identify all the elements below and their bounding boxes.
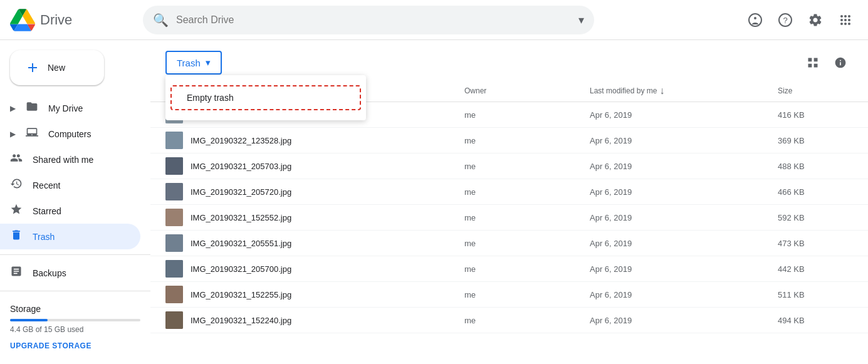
sidebar-item-label: Computers xyxy=(48,129,91,139)
file-name: IMG_20190321_205720.jpg xyxy=(191,187,464,197)
file-size: 416 KB xyxy=(778,110,853,120)
grid-view-button[interactable] xyxy=(800,50,825,75)
storage-section: Storage 4.4 GB of 15 GB used UPGRADE STO… xyxy=(0,296,150,358)
table-row[interactable]: IMG_20190321_205720.jpg me Apr 6, 2019 4… xyxy=(150,179,868,205)
row-thumb xyxy=(165,311,191,329)
file-date: Apr 6, 2019 xyxy=(590,110,753,120)
app-header: Drive 🔍 ▾ ? xyxy=(0,0,868,40)
file-owner: me xyxy=(464,316,590,325)
file-owner: me xyxy=(464,239,590,248)
file-date: Apr 6, 2019 xyxy=(590,316,753,325)
app-title: Drive xyxy=(40,12,72,28)
search-bar[interactable]: 🔍 ▾ xyxy=(143,6,594,34)
file-date: Apr 6, 2019 xyxy=(590,187,753,197)
row-thumb xyxy=(165,183,191,200)
file-size: 488 KB xyxy=(778,162,853,171)
storage-bar-fill xyxy=(10,319,48,321)
file-size: 494 KB xyxy=(778,316,853,325)
search-input[interactable] xyxy=(176,14,571,26)
sidebar-item-label: My Drive xyxy=(48,103,83,113)
settings-button[interactable] xyxy=(803,8,828,33)
search-dropdown-icon[interactable]: ▾ xyxy=(578,13,584,27)
sort-icon: ↓ xyxy=(659,85,664,96)
file-size: 466 KB xyxy=(778,187,853,197)
sidebar-item-trash[interactable]: Trash xyxy=(0,224,140,249)
sidebar-item-label: Backups xyxy=(33,268,66,278)
table-row[interactable]: IMG_20190321_152552.jpg me Apr 6, 2019 5… xyxy=(150,205,868,231)
sidebar: New ▶ My Drive ▶ Computers Shared with m… xyxy=(0,40,150,364)
account-circle-button[interactable] xyxy=(743,8,768,33)
main-header: Trash ▾ Empty trash xyxy=(150,40,868,80)
sidebar-item-label: Shared with me xyxy=(33,155,93,165)
sidebar-item-shared[interactable]: Shared with me xyxy=(0,147,140,172)
table-row[interactable]: IMG_20190321_205700.jpg me Apr 6, 2019 4… xyxy=(150,256,868,282)
row-thumb xyxy=(165,157,191,175)
row-thumb xyxy=(165,286,191,303)
sidebar-item-label: Recent xyxy=(33,180,60,190)
file-date: Apr 6, 2019 xyxy=(590,136,753,145)
computer-icon xyxy=(26,126,38,142)
main-layout: New ▶ My Drive ▶ Computers Shared with m… xyxy=(0,40,868,364)
file-size: 592 KB xyxy=(778,213,853,222)
table-row[interactable]: IMG_20190322_123528.jpg me Apr 6, 2019 3… xyxy=(150,128,868,153)
file-size: 473 KB xyxy=(778,239,853,248)
main-header-actions xyxy=(800,50,853,75)
people-icon xyxy=(10,152,23,167)
upgrade-storage-button[interactable]: UPGRADE STORAGE xyxy=(10,341,92,350)
file-owner: me xyxy=(464,110,590,120)
table-row[interactable]: IMG_20190321_205703.jpg me Apr 6, 2019 4… xyxy=(150,153,868,179)
svg-text:?: ? xyxy=(783,16,787,25)
file-date: Apr 6, 2019 xyxy=(590,162,753,171)
col-size: Size xyxy=(778,86,853,95)
sidebar-divider xyxy=(0,254,150,255)
row-thumb xyxy=(165,260,191,278)
logo-area: Drive xyxy=(10,8,135,33)
new-button[interactable]: New xyxy=(10,50,104,85)
file-size: 369 KB xyxy=(778,136,853,145)
expand-arrow-icon: ▶ xyxy=(10,130,16,138)
apps-button[interactable] xyxy=(833,8,858,33)
trash-icon xyxy=(10,229,23,244)
file-size: 511 KB xyxy=(778,290,853,299)
table-row[interactable]: IMG_20190321_152240.jpg me Apr 6, 2019 4… xyxy=(150,308,868,333)
storage-used-text: 4.4 GB of 15 GB used xyxy=(10,325,140,334)
file-name: IMG_20190321_152255.jpg xyxy=(191,290,464,299)
star-icon xyxy=(10,203,23,219)
trash-title-label: Trash xyxy=(177,58,201,68)
sidebar-item-computers[interactable]: ▶ Computers xyxy=(0,121,140,147)
clock-icon xyxy=(10,177,23,193)
file-owner: me xyxy=(464,264,590,274)
file-table: Name Owner Last modified by me ↓ Size IM… xyxy=(150,80,868,364)
help-button[interactable]: ? xyxy=(773,8,798,33)
file-name: IMG_20190321_205700.jpg xyxy=(191,264,464,274)
storage-bar-background xyxy=(10,319,140,321)
empty-trash-item[interactable]: Empty trash xyxy=(170,85,361,110)
sidebar-item-my-drive[interactable]: ▶ My Drive xyxy=(0,95,140,121)
backup-icon xyxy=(10,265,23,281)
col-owner: Owner xyxy=(464,86,590,95)
sidebar-item-starred[interactable]: Starred xyxy=(0,198,140,224)
file-name: IMG_20190321_205551.jpg xyxy=(191,239,464,248)
table-row[interactable]: IMG_20190321_205551.jpg me Apr 6, 2019 4… xyxy=(150,231,868,256)
row-thumb xyxy=(165,209,191,226)
header-actions: ? xyxy=(743,8,858,33)
sidebar-item-backups[interactable]: Backups xyxy=(0,260,140,286)
row-thumb xyxy=(165,234,191,252)
plus-icon xyxy=(25,60,40,75)
table-rows-container: IMG_20190322_123517.jpg me Apr 6, 2019 4… xyxy=(150,102,868,333)
file-owner: me xyxy=(464,162,590,171)
new-button-label: New xyxy=(48,63,65,73)
table-row[interactable]: IMG_20190321_152255.jpg me Apr 6, 2019 5… xyxy=(150,282,868,308)
sidebar-item-recent[interactable]: Recent xyxy=(0,172,140,198)
folder-icon xyxy=(26,100,38,116)
info-button[interactable] xyxy=(828,50,853,75)
drive-logo-icon xyxy=(10,8,35,33)
file-owner: me xyxy=(464,136,590,145)
main-content: Trash ▾ Empty trash xyxy=(150,40,868,364)
sidebar-divider-2 xyxy=(0,291,150,291)
file-size: 442 KB xyxy=(778,264,853,274)
trash-title-button[interactable]: Trash ▾ xyxy=(165,51,222,75)
file-name: IMG_20190322_123528.jpg xyxy=(191,136,464,145)
file-date: Apr 6, 2019 xyxy=(590,213,753,222)
file-owner: me xyxy=(464,290,590,299)
